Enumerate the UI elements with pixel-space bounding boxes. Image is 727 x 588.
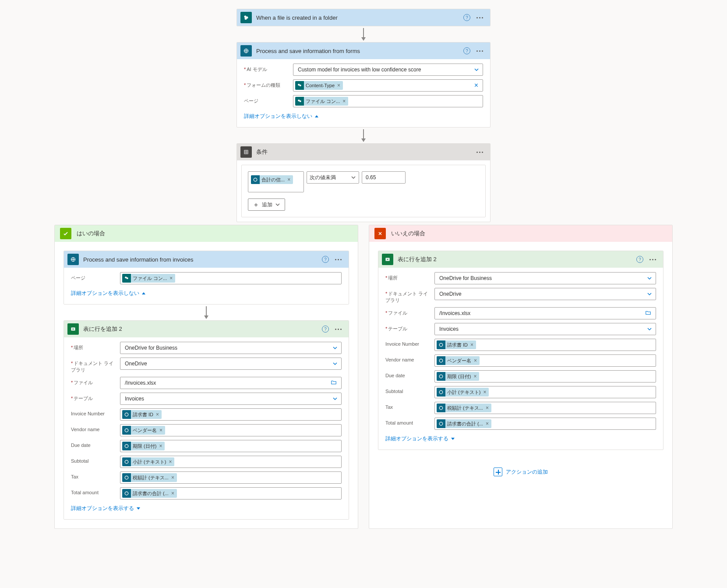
ai-invoices-header[interactable]: Process and save information from invoic… [64, 251, 349, 268]
more-menu[interactable] [475, 15, 485, 20]
help-icon[interactable]: ? [322, 326, 329, 333]
trigger-header[interactable]: When a file is created in a folder ? [237, 9, 490, 26]
token-subtotal[interactable]: 小計 (テキスト)× [437, 388, 489, 397]
clear-icon[interactable]: × [472, 82, 481, 89]
condition-header[interactable]: 条件 [237, 144, 490, 160]
excel-header[interactable]: 表に行を追加 2 ? [64, 321, 349, 337]
token-due-date[interactable]: 期限 (日付)× [437, 372, 479, 381]
chevron-down-icon[interactable] [645, 276, 654, 281]
ai-model-select[interactable]: Custom model for invoices with low confi… [293, 64, 483, 76]
chevron-down-icon[interactable] [645, 326, 654, 332]
chevron-down-icon[interactable] [645, 291, 654, 297]
advanced-options-toggle[interactable]: 詳細オプションを表示する [385, 435, 455, 443]
token-subtotal[interactable]: 小計 (テキスト)× [122, 457, 174, 466]
token-file-content[interactable]: ファイル コン... × [295, 97, 348, 106]
token-total-amount[interactable]: 請求書の合計 (...× [437, 419, 491, 428]
tax-input[interactable]: 税額計 (テキス...× [434, 402, 656, 414]
page-input[interactable]: ファイル コン... × [293, 95, 483, 107]
chevron-down-icon[interactable] [331, 396, 339, 401]
tax-label: Tax [71, 471, 116, 479]
remove-token-icon[interactable]: × [473, 373, 476, 379]
remove-token-icon[interactable]: × [156, 411, 159, 418]
excel-header[interactable]: 表に行を追加 2 ? [378, 251, 663, 268]
token-file-content[interactable]: ファイル コン... × [122, 274, 175, 283]
subtotal-input[interactable]: 小計 (テキスト)× [434, 386, 656, 398]
form-type-input[interactable]: Content-Type × × [293, 79, 483, 92]
more-menu[interactable] [648, 257, 658, 262]
remove-token-icon[interactable]: × [171, 475, 174, 481]
more-menu[interactable] [333, 327, 343, 332]
vendor-name-input[interactable]: ベンダー名× [434, 354, 656, 367]
folder-picker-icon[interactable] [328, 379, 339, 387]
total-amount-input[interactable]: 請求書の合計 (...× [120, 487, 342, 499]
remove-token-icon[interactable]: × [169, 275, 173, 281]
due-date-input[interactable]: 期限 (日付)× [120, 440, 342, 452]
condition-left-operand[interactable]: 合計の信... × [248, 171, 304, 192]
chevron-down-icon[interactable] [331, 345, 339, 351]
remove-token-icon[interactable]: × [486, 405, 489, 411]
remove-token-icon[interactable]: × [342, 98, 346, 104]
token-total-confidence[interactable]: 合計の信... × [251, 175, 293, 184]
more-menu[interactable] [475, 49, 485, 53]
advanced-options-toggle[interactable]: 詳細オプションを表示しない [244, 113, 318, 120]
remove-token-icon[interactable]: × [171, 490, 174, 496]
remove-token-icon[interactable]: × [159, 443, 162, 449]
remove-token-icon[interactable]: × [470, 342, 473, 348]
remove-token-icon[interactable]: × [486, 421, 489, 427]
token-invoice-number[interactable]: 請求書 ID× [437, 340, 476, 349]
add-condition-button[interactable]: ＋ 追加 [248, 198, 285, 211]
subtotal-input[interactable]: 小計 (テキスト)× [120, 456, 342, 468]
help-icon[interactable]: ? [463, 47, 470, 54]
due-date-input[interactable]: 期限 (日付)× [434, 370, 656, 383]
help-icon[interactable]: ? [463, 14, 470, 21]
chevron-down-icon[interactable] [472, 67, 481, 72]
excel-title: 表に行を追加 2 [83, 325, 318, 333]
help-icon[interactable]: ? [636, 256, 643, 263]
table-select[interactable]: Invoices [434, 323, 656, 335]
token-tax[interactable]: 税額計 (テキス...× [122, 473, 177, 482]
library-select[interactable]: OneDrive [434, 288, 656, 300]
file-input[interactable]: /Invoices.xlsx [120, 377, 342, 389]
token-vendor-name[interactable]: ベンダー名× [122, 426, 165, 435]
condition-operator-select[interactable]: 次の値未満 [307, 171, 359, 184]
advanced-options-toggle[interactable]: 詳細オプションを表示しない [71, 290, 145, 297]
table-select[interactable]: Invoices [120, 393, 342, 405]
chevron-down-icon[interactable] [331, 361, 339, 366]
token-total-amount[interactable]: 請求書の合計 (...× [122, 489, 177, 498]
ai-process-header[interactable]: Process and save information from forms … [237, 43, 490, 59]
remove-token-icon[interactable]: × [474, 358, 477, 364]
invoice-number-input[interactable]: 請求書 ID× [120, 408, 342, 421]
more-menu[interactable] [475, 150, 485, 155]
remove-token-icon[interactable]: × [159, 427, 162, 433]
trigger-card[interactable]: When a file is created in a folder ? [236, 9, 491, 26]
token-due-date[interactable]: 期限 (日付)× [122, 442, 165, 450]
remove-token-icon[interactable]: × [287, 177, 290, 183]
token-vendor-name[interactable]: ベンダー名× [437, 356, 480, 365]
condition-value-input[interactable]: 0.65 [362, 171, 406, 184]
remove-token-icon[interactable]: × [483, 389, 486, 395]
page-input[interactable]: ファイル コン... × [120, 272, 342, 284]
file-input[interactable]: /Invoices.xlsx [434, 307, 656, 319]
ai-token-icon [122, 473, 131, 482]
help-icon[interactable]: ? [322, 256, 329, 263]
tax-input[interactable]: 税額計 (テキス...× [120, 471, 342, 484]
library-select[interactable]: OneDrive [120, 358, 342, 370]
advanced-options-toggle[interactable]: 詳細オプションを表示する [71, 505, 140, 512]
invoice-number-input[interactable]: 請求書 ID× [434, 339, 656, 351]
total-amount-label: Total amount [385, 418, 431, 425]
location-select[interactable]: OneDrive for Business [120, 342, 342, 354]
total-amount-input[interactable]: 請求書の合計 (...× [434, 418, 656, 430]
sharepoint-icon [240, 12, 252, 23]
vendor-name-input[interactable]: ベンダー名× [120, 424, 342, 436]
folder-picker-icon[interactable] [642, 310, 654, 317]
token-content-type[interactable]: Content-Type × [295, 81, 343, 90]
svg-point-23 [439, 375, 443, 378]
remove-token-icon[interactable]: × [169, 459, 172, 465]
due-date-label: Due date [71, 440, 116, 448]
more-menu[interactable] [333, 257, 343, 262]
token-tax[interactable]: 税額計 (テキス...× [437, 404, 491, 412]
add-action-button[interactable]: アクションの追加 [494, 468, 548, 476]
location-select[interactable]: OneDrive for Business [434, 272, 656, 284]
token-invoice-number[interactable]: 請求書 ID× [122, 410, 162, 419]
remove-token-icon[interactable]: × [337, 82, 340, 89]
